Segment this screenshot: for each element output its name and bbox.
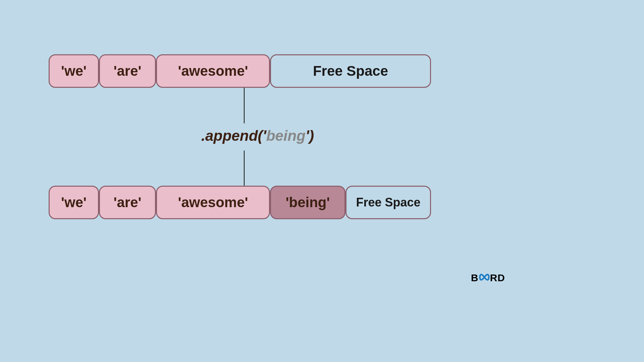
list-item-new: 'being'	[270, 186, 345, 219]
cell-label: 'are'	[113, 194, 141, 210]
connector-line-bottom	[244, 150, 245, 186]
infinity-icon	[478, 272, 491, 284]
board-logo: B RD	[471, 272, 505, 284]
list-item: 'we'	[49, 186, 99, 219]
cell-label: Free Space	[313, 63, 388, 79]
list-before-row: 'we' 'are' 'awesome' Free Space	[49, 54, 431, 88]
list-after-row: 'we' 'are' 'awesome' 'being' Free Space	[49, 186, 431, 219]
list-item: 'we'	[49, 54, 99, 88]
list-item: 'awesome'	[156, 186, 270, 219]
cell-label: 'awesome'	[178, 63, 248, 79]
cell-label: 'we'	[61, 63, 87, 79]
operation-label: .append('being')	[0, 127, 515, 144]
list-item: 'are'	[99, 186, 156, 219]
free-space-cell: Free Space	[270, 54, 431, 88]
connector-line-top	[244, 88, 245, 123]
logo-rd: RD	[490, 272, 505, 284]
logo-b: B	[471, 272, 479, 284]
cell-label: 'awesome'	[178, 194, 248, 210]
cell-label: 'we'	[61, 194, 87, 210]
cell-label: 'are'	[113, 63, 141, 79]
append-arg: being	[266, 127, 306, 144]
cell-label: 'being'	[286, 194, 330, 210]
append-prefix: .append('	[201, 127, 266, 144]
cell-label: Free Space	[356, 195, 420, 209]
list-item: 'are'	[99, 54, 156, 88]
list-item: 'awesome'	[156, 54, 270, 88]
append-suffix: ')	[306, 127, 314, 144]
free-space-cell: Free Space	[345, 186, 431, 219]
